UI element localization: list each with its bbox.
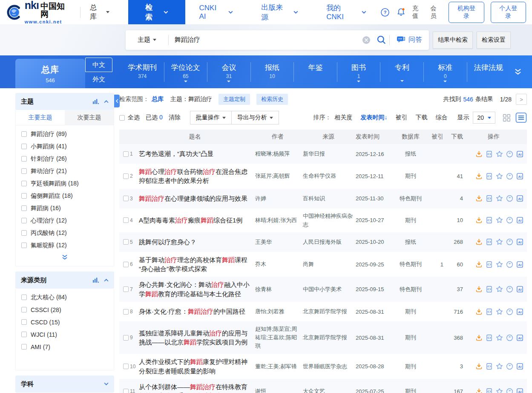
topic-filter-item[interactable]: 亨廷顿舞蹈病 (18) bbox=[21, 177, 108, 190]
tab-newspapers[interactable]: 报纸 10 bbox=[250, 62, 294, 82]
result-source[interactable]: 大众文艺 bbox=[303, 387, 356, 393]
result-source[interactable]: 人民日报海外版 bbox=[303, 238, 356, 246]
cite-icon[interactable]: ” bbox=[506, 238, 513, 246]
html-read-icon[interactable] bbox=[486, 388, 493, 393]
checkbox[interactable] bbox=[21, 205, 27, 211]
row-checkbox[interactable] bbox=[123, 262, 129, 267]
checkbox[interactable] bbox=[21, 332, 27, 337]
tab-conferences[interactable]: 会议 31 bbox=[207, 62, 250, 82]
cite-icon[interactable]: ” bbox=[506, 173, 513, 180]
result-source[interactable]: 新华日报 bbox=[303, 150, 356, 158]
result-authors[interactable]: 张延芹;高朝辉 bbox=[255, 172, 303, 180]
ai-assistant-icon[interactable]: AI bbox=[516, 388, 523, 393]
scope-total-library-link[interactable]: 总库 bbox=[152, 95, 164, 103]
source-filter-item[interactable]: WJCI (11) bbox=[21, 328, 108, 341]
checkbox[interactable] bbox=[21, 144, 27, 149]
favorite-icon[interactable] bbox=[496, 286, 503, 293]
download-icon[interactable] bbox=[475, 363, 483, 370]
favorite-icon[interactable] bbox=[496, 238, 503, 246]
result-authors[interactable]: 乔木 bbox=[255, 260, 303, 269]
expand-more-button[interactable] bbox=[21, 251, 108, 264]
favorite-icon[interactable] bbox=[496, 334, 503, 341]
download-icon[interactable] bbox=[475, 195, 483, 202]
download-icon[interactable] bbox=[475, 286, 483, 293]
ai-assistant-icon[interactable]: AI bbox=[516, 261, 523, 268]
search-icon[interactable] bbox=[374, 35, 389, 45]
cite-icon[interactable]: ” bbox=[506, 150, 513, 158]
result-source[interactable]: 百科知识 bbox=[303, 194, 356, 203]
download-icon[interactable] bbox=[475, 238, 483, 246]
tab-total-library[interactable]: 总库 546 bbox=[15, 59, 85, 88]
favorite-icon[interactable] bbox=[496, 388, 503, 393]
search-history-button[interactable]: 检索历史 bbox=[256, 94, 288, 105]
source-filter-item[interactable]: CSSCI (28) bbox=[21, 303, 108, 316]
result-title-link[interactable]: 身心共舞·文化润心：舞动治疗融入中小学舞蹈教育的理论基础与本土化路径 bbox=[139, 280, 251, 298]
result-title-link[interactable]: A型肉毒毒素治疗瘢痕舞蹈综合征1例 bbox=[139, 216, 251, 225]
ai-assistant-icon[interactable]: AI bbox=[516, 363, 523, 370]
chevron-up-icon[interactable] bbox=[104, 278, 109, 282]
html-read-icon[interactable] bbox=[486, 238, 493, 246]
bar-chart-icon[interactable] bbox=[92, 99, 99, 104]
nav-my-cnki[interactable]: 我的CNKI bbox=[312, 0, 380, 24]
ai-assistant-icon[interactable]: AI bbox=[516, 173, 523, 180]
download-icon[interactable] bbox=[475, 150, 483, 158]
row-checkbox[interactable] bbox=[123, 364, 129, 369]
result-title-link[interactable]: 舞蹈治疗在心理健康领域的应用与效果 bbox=[139, 194, 251, 203]
result-source[interactable]: 中国神经精神疾病杂志 bbox=[303, 212, 356, 229]
sort-option-cited[interactable]: 被引 bbox=[395, 114, 407, 121]
favorite-icon[interactable] bbox=[496, 308, 503, 315]
personal-login-button[interactable]: 个人登录 bbox=[491, 2, 526, 23]
result-authors[interactable]: 谢恒 bbox=[255, 387, 303, 393]
tab-books[interactable]: 图书 1 bbox=[337, 62, 380, 82]
checkbox[interactable] bbox=[21, 156, 27, 162]
list-view-button[interactable] bbox=[515, 113, 527, 123]
checkbox[interactable] bbox=[21, 243, 27, 248]
select-all-control[interactable]: 全选 bbox=[119, 114, 140, 121]
result-title-link[interactable]: 从个体到群体——舞蹈治疗在特殊教育与社会支持体系中的实践探索 bbox=[139, 382, 251, 393]
sort-option-publish-time[interactable]: 发表时间↓ bbox=[360, 114, 387, 121]
page-size-select[interactable]: 20 bbox=[473, 112, 495, 124]
cite-icon[interactable]: ” bbox=[506, 388, 513, 393]
notification-bell-icon[interactable] bbox=[396, 7, 406, 17]
row-checkbox[interactable] bbox=[123, 173, 129, 179]
row-checkbox[interactable] bbox=[123, 389, 129, 393]
result-authors[interactable]: 林晴;利婧;张为西 bbox=[255, 216, 303, 225]
row-checkbox[interactable] bbox=[123, 286, 129, 292]
checkbox[interactable] bbox=[21, 168, 27, 174]
checkbox[interactable] bbox=[21, 193, 27, 199]
html-read-icon[interactable] bbox=[486, 195, 493, 202]
tab-yearbooks[interactable]: 年鉴 bbox=[293, 62, 337, 82]
result-title-link[interactable]: 基于舞动治疗理念的高校体育舞蹈课程“身心融合”教学模式探索 bbox=[139, 255, 251, 274]
tab-chinese[interactable]: 中文 bbox=[85, 58, 112, 72]
topic-filter-item[interactable]: 舞蹈病 (16) bbox=[21, 202, 108, 214]
cite-icon[interactable]: ” bbox=[506, 195, 513, 202]
html-read-icon[interactable] bbox=[486, 173, 493, 180]
site-menu-zongku[interactable]: 总库 bbox=[90, 3, 109, 21]
search-input[interactable] bbox=[169, 36, 359, 43]
cite-icon[interactable]: ” bbox=[506, 261, 513, 268]
clear-search-icon[interactable] bbox=[359, 36, 374, 44]
download-icon[interactable] bbox=[475, 334, 483, 341]
tab-patents[interactable]: 专利 bbox=[380, 62, 423, 82]
search-settings-button[interactable]: 检索设置 bbox=[477, 32, 511, 49]
download-icon[interactable] bbox=[475, 217, 483, 224]
checkbox[interactable] bbox=[21, 218, 27, 223]
chevron-up-icon[interactable] bbox=[104, 100, 109, 103]
topic-filter-item[interactable]: 小舞蹈病 (41) bbox=[21, 140, 108, 153]
html-read-icon[interactable] bbox=[486, 363, 493, 370]
result-title-link[interactable]: 孤独症谱系障碍儿童舞动治疗的应用与挑战——以北京舞蹈学院实践项目为例 bbox=[139, 329, 251, 347]
source-filter-item[interactable]: CSCD (15) bbox=[21, 316, 108, 328]
sort-option-relevance[interactable]: 相关度 bbox=[334, 114, 352, 121]
grid-view-button[interactable] bbox=[502, 113, 511, 122]
ai-assistant-icon[interactable]: AI bbox=[516, 150, 523, 158]
tab-dissertations[interactable]: 学位论文 65 bbox=[164, 62, 207, 82]
result-authors[interactable]: 唐怡;刘若雅 bbox=[255, 307, 303, 316]
result-source[interactable]: 生命科学仪器 bbox=[303, 172, 356, 180]
qa-button[interactable]: 问答 bbox=[390, 35, 429, 44]
checkbox[interactable] bbox=[21, 307, 27, 312]
topic-filter-item[interactable]: 心理治疗 (12) bbox=[21, 214, 108, 227]
topic-customize-button[interactable]: 主题定制 bbox=[219, 94, 250, 105]
tab-foreign[interactable]: 外文 bbox=[85, 72, 112, 87]
cite-icon[interactable]: ” bbox=[506, 363, 513, 370]
sidebar-collapse-button[interactable] bbox=[114, 95, 120, 107]
